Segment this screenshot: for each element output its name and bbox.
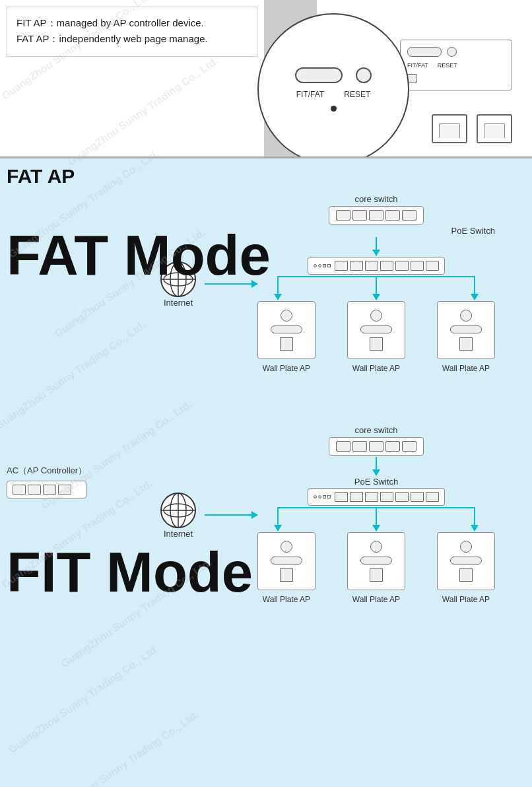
- fat-poe-switch-box: [308, 257, 445, 275]
- fat-core-switch-label: core switch: [354, 194, 397, 204]
- fit-wall-ap-2: Wall Plate AP: [347, 532, 405, 605]
- fat-poe-label: PoE Switch: [451, 226, 495, 236]
- sw-port: [336, 441, 350, 452]
- fit-mode-section: FIT Mode Internet core swi: [0, 412, 532, 676]
- fat-wall-ap-2: Wall Plate AP: [347, 301, 405, 374]
- fat-mode-section: FAT Mode Internet: [0, 188, 532, 412]
- info-text: FIT AP：managed by AP controller device.: [17, 15, 248, 31]
- circle-zoom-diagram: FIT/FAT RESET: [257, 13, 409, 158]
- fat-poe-row: [308, 257, 445, 275]
- fit-arrow-v1: [376, 457, 377, 475]
- zoom-indicator-dot: [331, 106, 337, 112]
- fit-poe-label-row: PoE Switch: [354, 477, 398, 487]
- fat-wall-aps: Wall Plate AP Wall Plate AP: [257, 301, 495, 374]
- fit-ac-label: AC（AP Controller）: [7, 465, 86, 477]
- small-fit-fat-label: FIT/FAT: [407, 62, 428, 69]
- fat-ap-label-section: FAT AP: [0, 158, 532, 188]
- fat-three-arrows: [257, 276, 495, 301]
- fit-fat-slot: [295, 67, 343, 83]
- fat-wall-ap-1: Wall Plate AP: [257, 301, 316, 374]
- eth-port-2: [477, 114, 512, 143]
- top-panel: FIT AP：managed by AP controller device. …: [0, 0, 532, 158]
- wap-sq: [280, 337, 293, 351]
- fit-globe-icon: [160, 492, 197, 529]
- info-text2: FAT AP：independently web page manage.: [17, 31, 248, 47]
- fit-core-switch-label: core switch: [354, 425, 397, 435]
- fit-arrow-h1: [205, 514, 257, 516]
- fit-core-switch-box: [329, 437, 424, 456]
- eth-port-1: [432, 114, 467, 143]
- fat-ap-title: FAT AP: [7, 165, 75, 187]
- fit-wap3-label: Wall Plate AP: [442, 595, 490, 604]
- fit-internet-block: Internet: [152, 492, 205, 539]
- fit-mode-label: FIT Mode: [7, 544, 253, 600]
- fat-mode-label: FAT Mode: [7, 227, 271, 283]
- fit-internet-label: Internet: [164, 529, 193, 539]
- sw-port: [369, 441, 383, 452]
- fit-fat-label-zoom: FIT/FAT: [296, 90, 324, 99]
- fit-wall-ap-1: Wall Plate AP: [257, 532, 316, 605]
- sw-port: [402, 441, 416, 452]
- fit-three-arrows: [257, 507, 495, 532]
- sw-port: [352, 441, 367, 452]
- sw-port: [336, 210, 350, 221]
- wap-slot: [271, 325, 302, 333]
- sw-port: [369, 210, 383, 221]
- fat-arrow-v1: [376, 237, 377, 256]
- ethernet-ports: [432, 114, 512, 143]
- fit-ac-section: AC（AP Controller）: [7, 465, 86, 498]
- reset-slot: [356, 67, 372, 83]
- sw-port: [385, 441, 400, 452]
- small-fit-fat-slot: [407, 47, 442, 57]
- small-device-diagram: FIT/FAT RESET: [400, 40, 512, 90]
- sw-port: [352, 210, 367, 221]
- fat-core-switch-col: core switch PoE Switch: [257, 194, 495, 374]
- fit-ac-box: [7, 481, 86, 498]
- fat-wap2-label: Wall Plate AP: [352, 364, 400, 373]
- wap-circle: [281, 310, 292, 322]
- fat-core-switch-box: [329, 206, 424, 224]
- reset-label-zoom: RESET: [344, 90, 370, 99]
- fit-core-switch-col: core switch PoE Switch: [257, 425, 495, 605]
- poe-dots: [314, 264, 331, 267]
- sw-port: [385, 210, 400, 221]
- fit-poe-label: PoE Switch: [354, 477, 398, 487]
- fit-wap1-label: Wall Plate AP: [263, 595, 310, 604]
- fat-wall-ap-3: Wall Plate AP: [437, 301, 495, 374]
- fit-wall-ap-3: Wall Plate AP: [437, 532, 495, 605]
- fit-poe-switch-box: [308, 488, 445, 506]
- fit-wap2-label: Wall Plate AP: [352, 595, 400, 604]
- small-reset-label: RESET: [438, 62, 457, 69]
- fit-wall-aps: Wall Plate AP Wall Plate AP: [257, 532, 495, 605]
- info-box: FIT AP：managed by AP controller device. …: [7, 7, 257, 57]
- fat-internet-label: Internet: [164, 298, 193, 308]
- small-reset-slot: [447, 47, 457, 57]
- sw-port: [402, 210, 416, 221]
- fat-wap3-label: Wall Plate AP: [442, 364, 490, 373]
- fat-wap1-label: Wall Plate AP: [263, 364, 310, 373]
